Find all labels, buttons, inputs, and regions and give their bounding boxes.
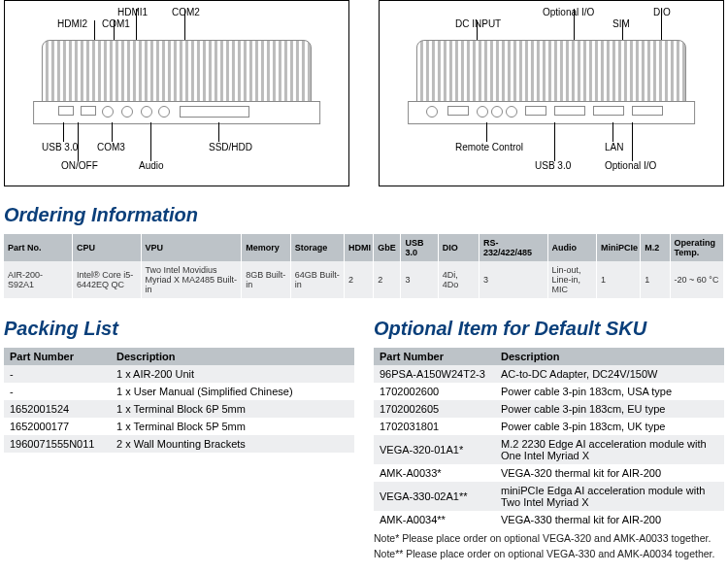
heading-optional: Optional Item for Default SKU (374, 318, 724, 340)
optional-note-1: Note* Please place order on optional VEG… (374, 532, 724, 544)
optional-th-pn: Part Number (374, 348, 495, 365)
td-partno: AIR-200-S92A1 (4, 261, 73, 298)
table-row: 1702031801Power cable 3-pin 183cm, UK ty… (374, 418, 724, 435)
td-usb30: 3 (401, 261, 438, 298)
heading-ordering: Ordering Information (4, 204, 724, 226)
label-audio: Audio (139, 160, 164, 171)
optional-note-2: Note** Please place order on optional VE… (374, 548, 724, 559)
diagram-front: HDMI1 COM2 HDMI2 COM1 USB 3.0 COM3 SSD/H… (4, 0, 349, 186)
label-ssd-hdd: SSD/HDD (209, 142, 252, 152)
th-gbe: GbE (374, 234, 401, 261)
label-optional-io-bottom: Optional I/O (605, 160, 656, 171)
ordering-data-row: AIR-200-S92A1 Intel® Core i5-6442EQ QC T… (4, 261, 724, 298)
table-row: VEGA-330-02A1**miniPCIe Edga AI accelera… (374, 482, 724, 511)
table-row: 96PSA-A150W24T2-3AC-to-DC Adapter, DC24V… (374, 365, 724, 383)
packing-table: Part Number Description -1 x AIR-200 Uni… (4, 348, 354, 453)
label-hdmi2: HDMI2 (57, 18, 87, 29)
table-row: AMK-A0033*VEGA-320 thermal kit for AIR-2… (374, 464, 724, 482)
th-memory: Memory (242, 234, 290, 261)
optional-table: Part Number Description 96PSA-A150W24T2-… (374, 348, 724, 528)
table-row: AMK-A0034**VEGA-330 thermal kit for AIR-… (374, 511, 724, 528)
td-rs232: 3 (480, 261, 548, 298)
ordering-header-row: Part No. CPU VPU Memory Storage HDMI GbE… (4, 234, 724, 261)
label-sim: SIM (612, 18, 630, 29)
table-row: 1702002605Power cable 3-pin 183cm, EU ty… (374, 400, 724, 418)
th-cpu: CPU (73, 234, 142, 261)
td-storage: 64GB Built-in (290, 261, 344, 298)
label-dio: DIO (653, 7, 671, 17)
ordering-table: Part No. CPU VPU Memory Storage HDMI GbE… (4, 234, 724, 298)
th-m2: M.2 (641, 234, 670, 261)
label-com2: COM2 (172, 7, 200, 17)
th-usb30: USB 3.0 (401, 234, 438, 261)
table-row: 16520015241 x Terminal Block 6P 5mm (4, 400, 354, 418)
packing-th-desc: Description (111, 348, 354, 365)
heading-packing: Packing List (4, 318, 354, 340)
table-row: 1702002600Power cable 3-pin 183cm, USA t… (374, 383, 724, 400)
label-com1: COM1 (102, 18, 130, 29)
td-vpu: Two Intel Movidius Myriad X MA2485 Built… (141, 261, 242, 298)
td-dio: 4Di, 4Do (438, 261, 479, 298)
label-lan: LAN (605, 142, 623, 152)
label-hdmi1: HDMI1 (117, 7, 148, 17)
th-optemp: Operating Temp. (670, 234, 724, 261)
td-memory: 8GB Built-in (242, 261, 290, 298)
packing-th-pn: Part Number (4, 348, 111, 365)
td-optemp: -20 ~ 60 °C (670, 261, 724, 298)
td-cpu: Intel® Core i5-6442EQ QC (73, 261, 142, 298)
table-row: -1 x AIR-200 Unit (4, 365, 354, 383)
label-com3: COM3 (97, 142, 125, 152)
label-onoff: ON/OFF (61, 160, 98, 171)
th-dio: DIO (438, 234, 479, 261)
th-storage: Storage (290, 234, 344, 261)
label-optional-io-top: Optional I/O (543, 7, 594, 17)
optional-th-desc: Description (495, 348, 724, 365)
td-gbe: 2 (374, 261, 401, 298)
io-diagrams: HDMI1 COM2 HDMI2 COM1 USB 3.0 COM3 SSD/H… (4, 0, 724, 186)
th-rs232: RS-232/422/485 (480, 234, 548, 261)
label-usb30-rear: USB 3.0 (535, 160, 571, 171)
label-usb30-front: USB 3.0 (42, 142, 78, 152)
table-row: 1960071555N0112 x Wall Mounting Brackets (4, 435, 354, 453)
table-row: VEGA-320-01A1*M.2 2230 Edge AI accelerat… (374, 435, 724, 464)
label-remote-control: Remote Control (455, 142, 523, 152)
th-partno: Part No. (4, 234, 73, 261)
label-dc-input: DC INPUT (455, 18, 501, 29)
td-hdmi: 2 (345, 261, 374, 298)
td-m2: 1 (641, 261, 670, 298)
td-minipcie: 1 (596, 261, 640, 298)
table-row: 16520001771 x Terminal Block 5P 5mm (4, 418, 354, 435)
table-row: -1 x User Manual (Simplified Chinese) (4, 383, 354, 400)
td-audio: Lin-out, Line-in, MIC (547, 261, 596, 298)
th-hdmi: HDMI (345, 234, 374, 261)
th-audio: Audio (547, 234, 596, 261)
th-vpu: VPU (141, 234, 242, 261)
th-minipcie: MiniPCIe (596, 234, 640, 261)
diagram-rear: Optional I/O DIO DC INPUT SIM Remote Con… (379, 0, 724, 186)
